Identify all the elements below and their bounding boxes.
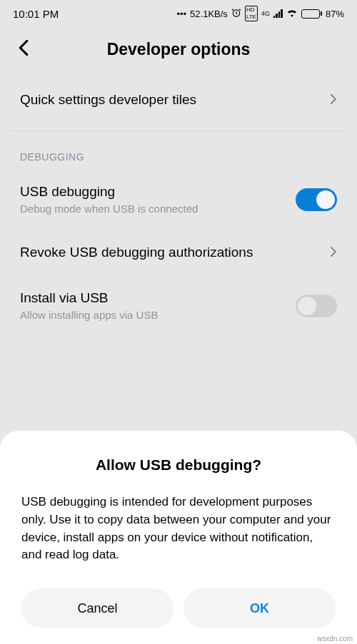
ok-button[interactable]: OK — [183, 588, 336, 628]
section-debugging: DEBUGGING — [0, 131, 357, 170]
back-button[interactable] — [17, 39, 30, 61]
chevron-right-icon — [330, 243, 337, 262]
usb-debugging-dialog: Allow USB debugging? USB debugging is in… — [0, 431, 357, 644]
row-title: USB debugging — [20, 184, 296, 200]
battery-percent: 87% — [326, 9, 344, 19]
row-title: Install via USB — [20, 290, 296, 306]
install-usb-toggle[interactable] — [296, 295, 337, 317]
alarm-icon — [231, 8, 241, 20]
chevron-right-icon — [330, 91, 337, 109]
settings-content: Quick settings developer tiles DEBUGGING… — [0, 76, 357, 335]
network-label: 4G — [261, 11, 270, 17]
signal-icon — [273, 9, 283, 18]
usb-debugging-toggle[interactable] — [296, 188, 337, 211]
watermark: wsxdn.com — [317, 635, 353, 643]
battery-icon — [301, 9, 322, 19]
wifi-icon — [286, 9, 298, 19]
dialog-buttons: Cancel OK — [21, 588, 336, 628]
status-right: ••• 52.1KB/s HDLTE 4G 87% — [176, 6, 344, 21]
row-install-usb[interactable]: Install via USB Allow installing apps vi… — [0, 276, 357, 335]
row-usb-debugging[interactable]: USB debugging Debug mode when USB is con… — [0, 170, 357, 229]
dialog-body: USB debugging is intended for developmen… — [21, 494, 336, 564]
row-title: Quick settings developer tiles — [20, 92, 330, 108]
dialog-title: Allow USB debugging? — [21, 456, 336, 474]
status-speed: 52.1KB/s — [190, 9, 228, 19]
status-bar: 10:01 PM ••• 52.1KB/s HDLTE 4G 87% — [0, 0, 357, 27]
row-revoke-auth[interactable]: Revoke USB debugging authorizations — [0, 229, 357, 276]
row-subtitle: Debug mode when USB is connected — [20, 203, 296, 215]
row-quick-tiles[interactable]: Quick settings developer tiles — [0, 76, 357, 123]
cancel-button[interactable]: Cancel — [21, 588, 174, 628]
row-title: Revoke USB debugging authorizations — [20, 245, 330, 260]
row-subtitle: Allow installing apps via USB — [20, 309, 296, 321]
header: Developer options — [0, 27, 357, 76]
volte-icon: HDLTE — [245, 6, 258, 21]
page-title: Developer options — [14, 40, 343, 59]
status-time: 10:01 PM — [13, 8, 59, 20]
status-dots: ••• — [176, 9, 186, 19]
